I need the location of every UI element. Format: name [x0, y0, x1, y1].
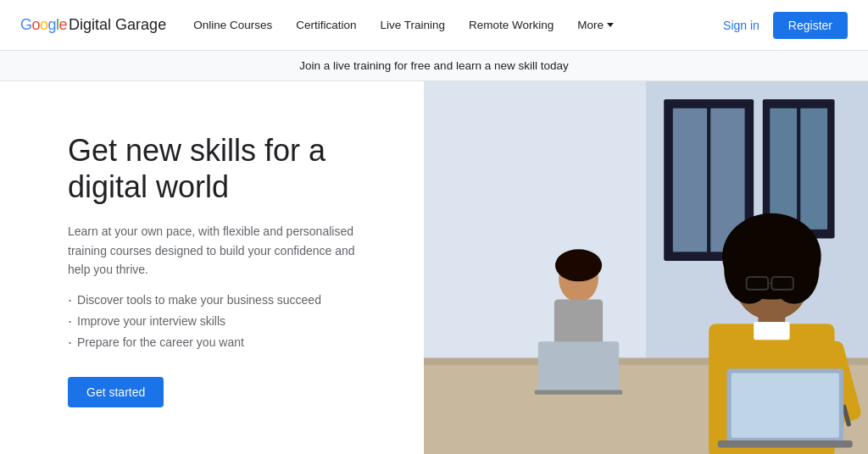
digital-garage-wordmark: Digital Garage [69, 16, 166, 34]
svg-rect-8 [800, 108, 827, 230]
svg-rect-30 [732, 373, 839, 437]
register-button[interactable]: Register [773, 12, 848, 39]
get-started-button[interactable]: Get started [68, 377, 164, 407]
bullet-1: Discover tools to make your business suc… [68, 290, 373, 311]
svg-rect-25 [754, 322, 789, 340]
nav-links: Online Courses Certification Live Traini… [193, 19, 723, 31]
svg-rect-4 [673, 108, 707, 252]
hero-description: Learn at your own pace, with flexible an… [68, 222, 373, 279]
chevron-down-icon [607, 23, 614, 27]
svg-rect-14 [538, 341, 619, 390]
svg-point-12 [555, 249, 602, 281]
hero-content: Get new skills for a digital world Learn… [0, 81, 424, 454]
hero-image [424, 81, 868, 454]
logo[interactable]: Google Digital Garage [20, 16, 166, 34]
navbar: Google Digital Garage Online Courses Cer… [0, 0, 868, 51]
hero-bullets: Discover tools to make your business suc… [68, 290, 373, 354]
signin-button[interactable]: Sign in [723, 19, 760, 32]
svg-point-21 [769, 235, 819, 304]
nav-live-training[interactable]: Live Training [380, 19, 445, 31]
nav-certification[interactable]: Certification [296, 19, 356, 31]
svg-rect-29 [718, 440, 853, 447]
google-wordmark: Google [20, 16, 67, 34]
nav-more[interactable]: More [577, 19, 614, 31]
svg-point-20 [724, 235, 774, 304]
svg-rect-15 [535, 390, 623, 395]
hero-title: Get new skills for a digital world [68, 132, 373, 205]
banner-text: Join a live training for free and learn … [299, 59, 568, 72]
hero-section: Get new skills for a digital world Learn… [0, 81, 868, 454]
bullet-2: Improve your interview skills [68, 311, 373, 332]
nav-remote-working[interactable]: Remote Working [469, 19, 554, 31]
nav-actions: Sign in Register [723, 12, 848, 39]
bullet-3: Prepare for the career you want [68, 332, 373, 353]
svg-rect-7 [770, 108, 797, 230]
nav-online-courses[interactable]: Online Courses [193, 19, 272, 31]
banner: Join a live training for free and learn … [0, 51, 868, 81]
hero-illustration [424, 81, 868, 454]
